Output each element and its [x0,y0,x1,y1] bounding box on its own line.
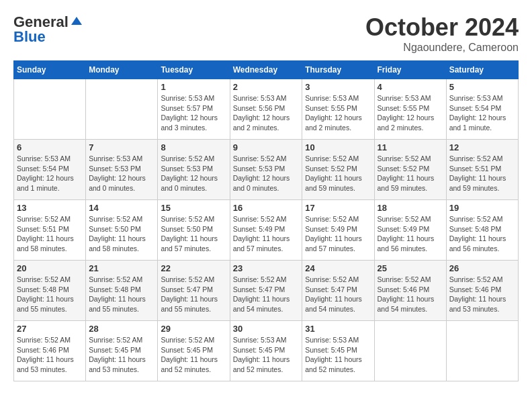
calendar-cell: 17Sunrise: 5:52 AMSunset: 5:49 PMDayligh… [302,200,374,261]
title-section: October 2024 Ngaoundere, Cameroon [365,13,519,54]
day-number: 30 [233,324,300,334]
day-info: Sunrise: 5:52 AMSunset: 5:48 PMDaylight:… [449,214,515,254]
day-number: 18 [378,203,443,213]
calendar-week-row: 13Sunrise: 5:52 AMSunset: 5:51 PMDayligh… [14,200,519,261]
day-info: Sunrise: 5:53 AMSunset: 5:54 PMDaylight:… [449,93,515,133]
calendar-cell [374,321,446,381]
day-number: 10 [305,142,371,152]
calendar-cell: 31Sunrise: 5:53 AMSunset: 5:45 PMDayligh… [302,321,374,381]
weekday-header-row: SundayMondayTuesdayWednesdayThursdayFrid… [14,61,519,79]
weekday-header: Saturday [446,61,518,79]
day-info: Sunrise: 5:53 AMSunset: 5:45 PMDaylight:… [305,335,371,375]
calendar: SundayMondayTuesdayWednesdayThursdayFrid… [13,60,519,381]
logo-blue: Blue [13,28,46,46]
calendar-cell: 6Sunrise: 5:53 AMSunset: 5:54 PMDaylight… [14,140,86,200]
calendar-cell: 9Sunrise: 5:52 AMSunset: 5:53 PMDaylight… [230,140,302,200]
calendar-week-row: 20Sunrise: 5:52 AMSunset: 5:48 PMDayligh… [14,261,519,321]
day-number: 29 [161,324,226,334]
weekday-header: Sunday [14,61,86,79]
logo-icon [70,15,83,29]
logo: General Blue [13,13,83,46]
calendar-cell [446,321,518,381]
calendar-cell: 4Sunrise: 5:53 AMSunset: 5:55 PMDaylight… [374,79,446,140]
calendar-cell [14,79,86,140]
day-info: Sunrise: 5:53 AMSunset: 5:54 PMDaylight:… [17,154,83,193]
calendar-cell: 5Sunrise: 5:53 AMSunset: 5:54 PMDaylight… [446,79,518,140]
calendar-week-row: 27Sunrise: 5:52 AMSunset: 5:46 PMDayligh… [14,321,519,381]
calendar-cell: 22Sunrise: 5:52 AMSunset: 5:47 PMDayligh… [158,261,230,321]
page-header: General Blue October 2024 Ngaoundere, Ca… [13,13,519,54]
day-info: Sunrise: 5:52 AMSunset: 5:51 PMDaylight:… [17,214,83,254]
day-number: 11 [378,142,443,152]
calendar-cell: 12Sunrise: 5:52 AMSunset: 5:51 PMDayligh… [446,140,518,200]
day-info: Sunrise: 5:52 AMSunset: 5:45 PMDaylight:… [89,335,154,375]
calendar-cell: 20Sunrise: 5:52 AMSunset: 5:48 PMDayligh… [14,261,86,321]
day-info: Sunrise: 5:52 AMSunset: 5:47 PMDaylight:… [161,275,226,314]
calendar-cell: 30Sunrise: 5:53 AMSunset: 5:45 PMDayligh… [230,321,302,381]
day-number: 5 [449,82,515,92]
calendar-cell: 23Sunrise: 5:52 AMSunset: 5:47 PMDayligh… [230,261,302,321]
calendar-cell: 25Sunrise: 5:52 AMSunset: 5:46 PMDayligh… [374,261,446,321]
day-info: Sunrise: 5:52 AMSunset: 5:52 PMDaylight:… [378,154,443,193]
day-number: 13 [17,203,83,213]
day-info: Sunrise: 5:52 AMSunset: 5:49 PMDaylight:… [305,214,371,254]
day-info: Sunrise: 5:52 AMSunset: 5:53 PMDaylight:… [161,154,226,193]
calendar-cell: 21Sunrise: 5:52 AMSunset: 5:48 PMDayligh… [86,261,158,321]
calendar-cell: 1Sunrise: 5:53 AMSunset: 5:57 PMDaylight… [158,79,230,140]
calendar-week-row: 1Sunrise: 5:53 AMSunset: 5:57 PMDaylight… [14,79,519,140]
calendar-cell [86,79,158,140]
day-number: 14 [89,203,154,213]
calendar-cell: 29Sunrise: 5:52 AMSunset: 5:45 PMDayligh… [158,321,230,381]
calendar-cell: 16Sunrise: 5:52 AMSunset: 5:49 PMDayligh… [230,200,302,261]
day-number: 26 [449,263,515,273]
calendar-cell: 7Sunrise: 5:53 AMSunset: 5:53 PMDaylight… [86,140,158,200]
location: Ngaoundere, Cameroon [365,42,519,54]
day-info: Sunrise: 5:52 AMSunset: 5:46 PMDaylight:… [449,275,515,314]
day-info: Sunrise: 5:52 AMSunset: 5:46 PMDaylight:… [17,335,83,375]
day-number: 20 [17,263,83,273]
calendar-cell: 3Sunrise: 5:53 AMSunset: 5:55 PMDaylight… [302,79,374,140]
day-number: 22 [161,263,226,273]
calendar-cell: 19Sunrise: 5:52 AMSunset: 5:48 PMDayligh… [446,200,518,261]
calendar-cell: 14Sunrise: 5:52 AMSunset: 5:50 PMDayligh… [86,200,158,261]
day-number: 4 [378,82,443,92]
calendar-cell: 8Sunrise: 5:52 AMSunset: 5:53 PMDaylight… [158,140,230,200]
calendar-cell: 24Sunrise: 5:52 AMSunset: 5:47 PMDayligh… [302,261,374,321]
day-number: 28 [89,324,154,334]
day-info: Sunrise: 5:52 AMSunset: 5:47 PMDaylight:… [233,275,300,314]
calendar-cell: 2Sunrise: 5:53 AMSunset: 5:56 PMDaylight… [230,79,302,140]
calendar-cell: 11Sunrise: 5:52 AMSunset: 5:52 PMDayligh… [374,140,446,200]
day-info: Sunrise: 5:53 AMSunset: 5:56 PMDaylight:… [233,93,300,133]
calendar-cell: 27Sunrise: 5:52 AMSunset: 5:46 PMDayligh… [14,321,86,381]
day-info: Sunrise: 5:52 AMSunset: 5:47 PMDaylight:… [305,275,371,314]
calendar-cell: 18Sunrise: 5:52 AMSunset: 5:49 PMDayligh… [374,200,446,261]
day-number: 6 [17,142,83,152]
day-number: 17 [305,203,371,213]
day-info: Sunrise: 5:52 AMSunset: 5:51 PMDaylight:… [449,154,515,193]
day-info: Sunrise: 5:52 AMSunset: 5:49 PMDaylight:… [233,214,300,254]
day-number: 7 [89,142,154,152]
weekday-header: Friday [374,61,446,79]
day-number: 25 [378,263,443,273]
day-info: Sunrise: 5:52 AMSunset: 5:52 PMDaylight:… [305,154,371,193]
day-info: Sunrise: 5:52 AMSunset: 5:45 PMDaylight:… [161,335,226,375]
weekday-header: Tuesday [158,61,230,79]
day-info: Sunrise: 5:53 AMSunset: 5:53 PMDaylight:… [89,154,154,193]
calendar-cell: 13Sunrise: 5:52 AMSunset: 5:51 PMDayligh… [14,200,86,261]
day-number: 23 [233,263,300,273]
svg-marker-0 [71,17,82,25]
day-number: 8 [161,142,226,152]
day-number: 31 [305,324,371,334]
day-info: Sunrise: 5:52 AMSunset: 5:50 PMDaylight:… [89,214,154,254]
month-title: October 2024 [365,13,519,42]
day-info: Sunrise: 5:52 AMSunset: 5:48 PMDaylight:… [17,275,83,314]
day-number: 1 [161,82,226,92]
day-info: Sunrise: 5:52 AMSunset: 5:53 PMDaylight:… [233,154,300,193]
day-number: 12 [449,142,515,152]
day-number: 27 [17,324,83,334]
day-info: Sunrise: 5:53 AMSunset: 5:55 PMDaylight:… [378,93,443,133]
calendar-week-row: 6Sunrise: 5:53 AMSunset: 5:54 PMDaylight… [14,140,519,200]
weekday-header: Thursday [302,61,374,79]
calendar-cell: 15Sunrise: 5:52 AMSunset: 5:50 PMDayligh… [158,200,230,261]
day-number: 24 [305,263,371,273]
